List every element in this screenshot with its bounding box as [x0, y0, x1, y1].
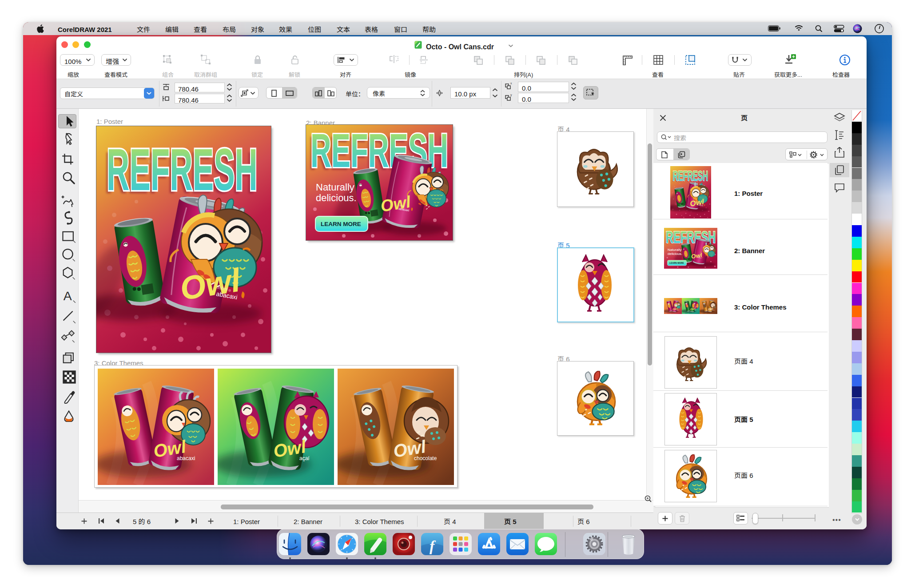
svg-text:A: A [64, 289, 72, 303]
svg-text:x: x [510, 82, 512, 85]
svg-text:y: y [510, 93, 512, 97]
